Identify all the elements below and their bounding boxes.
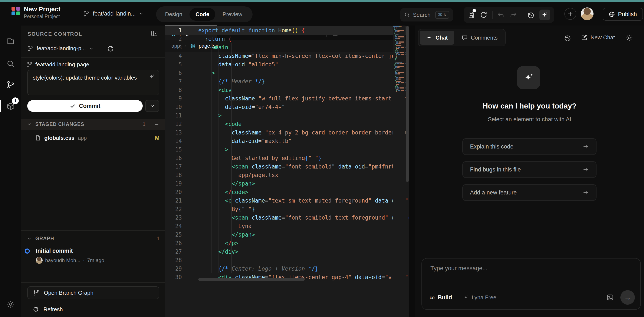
user-avatar[interactable] <box>581 7 594 20</box>
code-editor[interactable]: 1export default function Home() {2 retur… <box>165 52 409 317</box>
horizontal-scrollbar[interactable] <box>198 278 305 281</box>
code-line[interactable]: 7 {/* Header */} <box>165 77 409 86</box>
open-branch-graph-button[interactable]: Open Branch Graph <box>27 286 159 299</box>
code-line[interactable]: 15 > <box>165 145 409 154</box>
minimap-bar <box>401 81 402 82</box>
tab-comments[interactable]: Comments <box>455 31 504 45</box>
app-logo-icon[interactable] <box>12 7 20 15</box>
code-line[interactable]: 21 <p className="text-sm text-muted-fore… <box>165 196 409 205</box>
code-line[interactable]: 4 className="flex min-h-screen flex-col … <box>165 52 409 60</box>
suggestion-explain-code[interactable]: Explain this code <box>462 138 596 155</box>
current-branch-name: feat/add-landing-page <box>35 61 89 68</box>
staged-changes-header[interactable]: STAGED CHANGES 1 <box>21 119 165 130</box>
chevron-down-icon <box>27 236 32 241</box>
new-chat-button[interactable]: New Chat <box>581 34 615 41</box>
code-line[interactable]: 8 <div <box>165 86 409 94</box>
settings-gear-icon[interactable] <box>6 300 15 309</box>
commit-message-input[interactable]: style(colors): update theme color variab… <box>27 70 159 95</box>
refresh-branches-icon[interactable] <box>107 45 114 52</box>
graph-header[interactable]: GRAPH 1 <box>21 233 165 244</box>
commit-button[interactable]: Commit <box>27 100 143 112</box>
ai-assist-button[interactable] <box>540 9 550 20</box>
minimap-bar <box>400 82 400 83</box>
model-selector[interactable]: Lyna Free <box>463 294 496 301</box>
code-line[interactable]: 11 > <box>165 111 409 120</box>
redo-button[interactable] <box>510 11 517 19</box>
minimap-bar <box>396 58 397 59</box>
save-button[interactable] <box>468 11 475 19</box>
source-control-icon[interactable] <box>6 80 15 89</box>
code-line[interactable]: 10 data-oid="er74-4-" <box>165 103 409 111</box>
search-input[interactable]: Search ⌘ K <box>400 8 453 21</box>
reload-button[interactable] <box>480 11 488 19</box>
tab-preview[interactable]: Preview <box>216 8 248 21</box>
minimap-bar <box>398 77 398 78</box>
line-number: 30 <box>165 273 188 282</box>
send-button[interactable]: → <box>620 290 635 305</box>
publish-button[interactable]: Publish <box>603 8 643 21</box>
code-line[interactable]: 18 app/page.tsx <box>165 171 409 179</box>
generate-message-icon[interactable] <box>149 74 155 80</box>
code-line[interactable]: 9 className="w-full flex justify-between… <box>165 94 409 103</box>
minimap-bar <box>395 87 396 88</box>
new-project-button[interactable] <box>564 8 576 20</box>
minimap-bar <box>399 63 399 64</box>
minimap-bar <box>395 69 396 71</box>
code-line[interactable]: 6 > <box>165 69 409 77</box>
minimap[interactable] <box>393 52 406 308</box>
code-line[interactable]: 28 <box>165 256 409 265</box>
code-line[interactable]: 14 data-oid="maxk.tb" <box>165 137 409 145</box>
minimap-bar <box>400 52 404 53</box>
tab-design[interactable]: Design <box>159 8 188 21</box>
files-icon[interactable] <box>6 37 15 45</box>
minimap-bar <box>405 63 406 64</box>
topbar-branch-selector[interactable]: feat/add-landin... <box>84 7 144 20</box>
code-line[interactable]: 19 </span> <box>165 179 409 188</box>
line-number: 20 <box>165 188 188 196</box>
code-line[interactable]: 24 Lyna <box>165 222 409 230</box>
chat-settings-icon[interactable] <box>626 34 633 42</box>
search-panel-icon[interactable] <box>6 59 15 68</box>
minimap-bar <box>396 89 397 90</box>
code-line[interactable]: 25 </span> <box>165 230 409 239</box>
arrow-right-icon <box>582 166 589 173</box>
code-line[interactable]: 5 data-oid="al1dcb5" <box>165 60 409 69</box>
staged-file-path: app <box>78 135 87 141</box>
suggestion-add-feature[interactable]: Add a new feature <box>462 184 596 201</box>
code-line[interactable]: 17 <span className="font-semibold" data-… <box>165 162 409 171</box>
staged-file-row[interactable]: globals.css app M <box>21 132 165 144</box>
chat-message-input[interactable]: Type your message... ∞ Build Lyna Free → <box>422 258 641 310</box>
refresh-button[interactable]: Refresh <box>27 303 68 315</box>
unstage-all-icon[interactable] <box>154 121 160 127</box>
attach-image-icon[interactable] <box>606 294 614 301</box>
minimap-bar <box>396 55 397 57</box>
chat-tab-group: Chat Comments <box>418 29 506 46</box>
code-line[interactable]: 20 </code> <box>165 188 409 196</box>
tab-code[interactable]: Code <box>190 8 215 21</box>
code-line[interactable]: 26 </p> <box>165 239 409 248</box>
code-line[interactable]: 12 <code <box>165 120 409 128</box>
code-line[interactable]: 27 </div> <box>165 248 409 256</box>
commit-time: 7m ago <box>87 258 104 263</box>
line-text: > <box>198 145 228 154</box>
collapse-panel-icon[interactable] <box>151 30 158 37</box>
branch-selector[interactable]: feat/add-landing-p... <box>28 45 94 52</box>
line-text: className="px-4 py-2 bg-card border bord… <box>198 128 409 137</box>
mode-build-toggle[interactable]: ∞ Build <box>430 293 452 302</box>
minimap-bar <box>396 57 398 58</box>
code-line[interactable]: 16 Get started by editing{" "} <box>165 154 409 162</box>
vertical-scrollbar[interactable] <box>406 52 409 182</box>
undo-button[interactable] <box>497 11 505 19</box>
suggestion-find-bugs[interactable]: Find bugs in this file <box>462 161 596 178</box>
tab-chat[interactable]: Chat <box>420 31 454 45</box>
chat-history-icon[interactable] <box>564 34 572 42</box>
globe-icon <box>609 11 615 17</box>
history-button[interactable] <box>527 11 535 19</box>
code-line[interactable]: 23 <span className="font-semibold text-f… <box>165 213 409 222</box>
commit-message-text: style(colors): update theme color variab… <box>33 74 148 81</box>
code-line[interactable]: 29 {/* Center: Logo + Version */} <box>165 265 409 273</box>
code-line[interactable]: 22 By{" "} <box>165 205 409 213</box>
source-control-panel: SOURCE CONTROL feat/add-landing-p... fea… <box>21 25 165 317</box>
commit-options-button[interactable] <box>145 100 159 112</box>
code-line[interactable]: 13 className="px-4 py-2 bg-card border b… <box>165 128 409 137</box>
